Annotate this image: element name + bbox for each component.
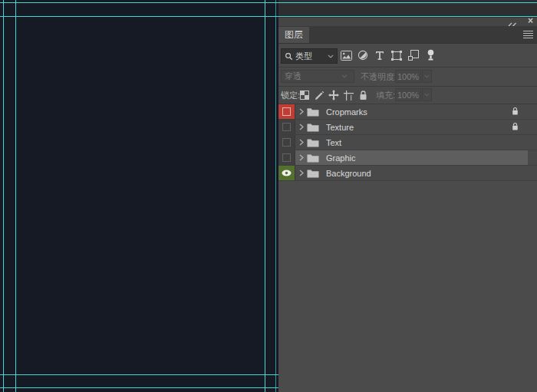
lock-all-icon[interactable] bbox=[357, 89, 369, 101]
eye-hidden-box bbox=[282, 123, 291, 131]
fill-field[interactable]: 100% bbox=[395, 88, 421, 101]
panel-menu-icon[interactable] bbox=[523, 31, 533, 39]
layer-name: Texture bbox=[326, 123, 354, 132]
disclosure-arrow-icon[interactable] bbox=[299, 108, 304, 115]
visibility-toggle[interactable] bbox=[278, 135, 295, 150]
filter-kind-label: 类型 bbox=[295, 51, 328, 62]
chevron-down-icon bbox=[424, 93, 430, 97]
lock-fill-row: 锁定: 填充: 100% bbox=[278, 87, 537, 104]
chevron-down-icon bbox=[328, 54, 334, 58]
smart-object-filter-icon[interactable] bbox=[407, 48, 420, 62]
opacity-label: 不透明度: bbox=[361, 71, 397, 83]
eye-icon bbox=[282, 170, 292, 176]
blend-opacity-row: 穿透 不透明度: 100% bbox=[278, 68, 537, 87]
type-layer-filter-icon[interactable] bbox=[373, 48, 387, 62]
visibility-toggle[interactable] bbox=[278, 150, 295, 165]
panel-empty-area bbox=[278, 181, 537, 392]
pixel-layer-filter-icon[interactable] bbox=[339, 48, 353, 62]
lock-transparent-pixels-icon[interactable] bbox=[298, 89, 311, 101]
folder-icon bbox=[307, 123, 319, 132]
close-icon[interactable]: × bbox=[528, 15, 533, 26]
photoshop-workspace: × 图层 类型 bbox=[0, 0, 537, 392]
opacity-field[interactable]: 100% bbox=[395, 70, 421, 83]
search-icon bbox=[285, 52, 293, 61]
folder-icon bbox=[307, 153, 319, 163]
layer-name: Text bbox=[326, 138, 341, 147]
guide-horizontal bbox=[0, 387, 278, 388]
layer-row-background[interactable]: Background bbox=[278, 166, 537, 181]
layer-name: Background bbox=[326, 169, 371, 178]
eye-hidden-box bbox=[282, 138, 291, 147]
guide-horizontal bbox=[0, 374, 278, 375]
layer-row-texture[interactable]: Texture bbox=[278, 120, 537, 135]
filter-icon-group bbox=[339, 48, 420, 62]
eye-hidden-box bbox=[282, 153, 291, 162]
lock-icon bbox=[512, 122, 519, 131]
filter-kind-select[interactable]: 类型 bbox=[281, 48, 338, 64]
panel-tab-bar: 图层 bbox=[278, 26, 537, 44]
lock-artboard-nesting-icon[interactable] bbox=[342, 89, 354, 101]
shape-layer-filter-icon[interactable] bbox=[390, 48, 404, 62]
layer-row-text[interactable]: Text bbox=[278, 135, 537, 150]
guide-vertical bbox=[15, 0, 16, 392]
fill-label: 填充: bbox=[376, 90, 395, 101]
guide-vertical bbox=[275, 0, 276, 392]
lock-icon bbox=[512, 107, 519, 116]
layer-row-cropmarks[interactable]: Cropmarks bbox=[278, 104, 537, 120]
disclosure-arrow-icon[interactable] bbox=[299, 139, 304, 146]
layer-name: Cropmarks bbox=[326, 107, 367, 117]
collapse-panels-icon[interactable] bbox=[507, 18, 518, 25]
opacity-value: 100% bbox=[397, 72, 419, 81]
eye-hidden-box bbox=[282, 107, 291, 116]
document-canvas[interactable] bbox=[0, 0, 278, 392]
opacity-dropdown-icon[interactable] bbox=[422, 70, 432, 83]
visibility-toggle[interactable] bbox=[278, 166, 295, 180]
lock-position-icon[interactable] bbox=[328, 89, 340, 101]
folder-icon bbox=[307, 169, 319, 178]
tab-layers-label: 图层 bbox=[285, 28, 303, 41]
layer-filter-toggle-icon[interactable] bbox=[423, 48, 437, 63]
lock-label: 锁定: bbox=[281, 90, 300, 101]
layers-panel: × 图层 类型 bbox=[278, 17, 537, 392]
fill-value: 100% bbox=[397, 91, 419, 100]
chevron-down-icon bbox=[341, 74, 348, 78]
layer-name: Graphic bbox=[326, 153, 356, 163]
blend-mode-value: 穿透 bbox=[285, 71, 301, 82]
blend-mode-select[interactable]: 穿透 bbox=[281, 70, 354, 83]
chevron-down-icon bbox=[424, 74, 430, 78]
layer-filter-row: 类型 bbox=[278, 44, 537, 68]
panel-topbar: × bbox=[278, 18, 537, 26]
disclosure-arrow-icon[interactable] bbox=[299, 124, 304, 130]
disclosure-arrow-icon[interactable] bbox=[299, 154, 304, 161]
layer-list: Cropmarks Texture bbox=[278, 104, 537, 181]
lock-icon-group bbox=[298, 89, 369, 101]
tab-layers[interactable]: 图层 bbox=[278, 27, 309, 43]
fill-dropdown-icon[interactable] bbox=[422, 88, 432, 101]
visibility-toggle[interactable] bbox=[278, 104, 295, 119]
adjustment-layer-filter-icon[interactable] bbox=[356, 48, 370, 62]
folder-icon bbox=[307, 138, 319, 147]
guide-vertical bbox=[3, 0, 4, 392]
layer-row-graphic[interactable]: Graphic bbox=[278, 150, 537, 166]
disclosure-arrow-icon[interactable] bbox=[299, 170, 304, 176]
guide-horizontal bbox=[0, 2, 537, 3]
guide-vertical bbox=[265, 0, 265, 392]
folder-icon bbox=[307, 107, 319, 117]
visibility-toggle[interactable] bbox=[278, 120, 295, 134]
lock-image-pixels-icon[interactable] bbox=[313, 89, 325, 101]
